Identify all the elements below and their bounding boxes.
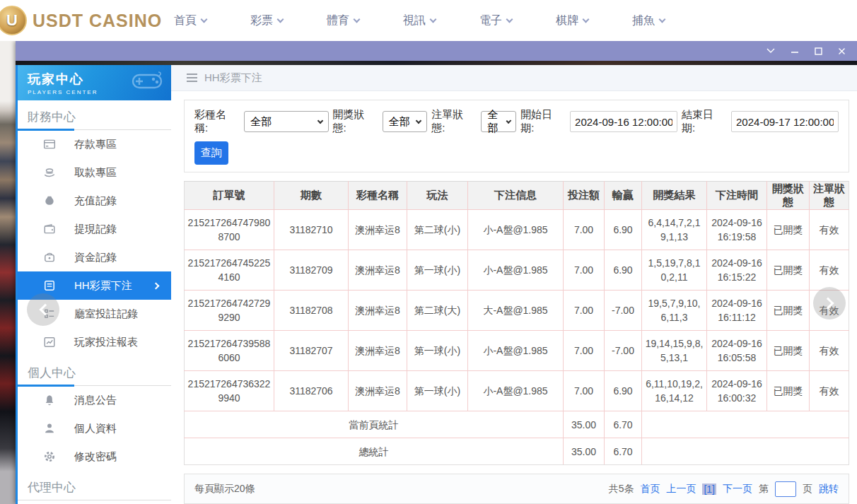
page-summary-row: 當前頁統計 35.00 6.70 — [185, 411, 849, 438]
section-personal-center: 個人中心 — [18, 363, 171, 386]
table-row: 215217264745225416031182709澳洲幸运8第一球(小)小-… — [185, 250, 849, 291]
maximize-icon — [815, 48, 822, 54]
nav-item-live[interactable]: 視訊 — [403, 13, 436, 28]
table-row: 215217264736322994031182706澳洲幸运8第一球(小)小-… — [185, 371, 849, 411]
filter-panel: 彩種名稱: 全部 開獎狀態: 全部 注單狀態: 全部 開始日期: 結束日期: 查… — [184, 100, 849, 172]
person-icon — [43, 422, 56, 435]
section-finance-center: 財務中心 — [18, 107, 171, 130]
total-count-text: 共5条 — [609, 483, 634, 496]
hamburger-icon[interactable] — [187, 74, 197, 82]
sidebar-item-announcements[interactable]: 消息公告 — [18, 386, 171, 414]
total-summary-label: 總統計 — [185, 438, 564, 465]
order-status-filter-label: 注單狀態: — [431, 108, 477, 135]
carousel-next-button[interactable] — [813, 287, 846, 320]
prev-page-link[interactable]: 上一页 — [666, 483, 696, 496]
recharge-record-icon — [43, 194, 56, 207]
brand-logo[interactable]: U USDT CASINO — [1, 6, 162, 35]
gear-icon — [43, 450, 56, 463]
usdt-coin-icon: U — [0, 6, 27, 35]
window-titlebar — [16, 41, 857, 61]
sidebar-item-change-password[interactable]: 修改密碼 — [18, 443, 171, 471]
window-close-button[interactable] — [838, 47, 846, 55]
top-nav: U USDT CASINO 首頁 彩票 體育 視訊 電子 棋牌 捕魚 — [0, 0, 857, 41]
carousel-prev-button[interactable] — [27, 293, 59, 326]
chevron-down-icon — [416, 118, 421, 124]
col-bet-info: 下注信息 — [468, 182, 564, 210]
close-icon — [839, 48, 845, 54]
chevron-down-icon — [430, 16, 437, 23]
chevron-down-icon — [583, 16, 590, 23]
sidebar-item-funds-record[interactable]: 資金記錄 — [18, 243, 171, 271]
order-status-select[interactable]: 全部 — [481, 111, 516, 132]
page-jump-input[interactable] — [775, 481, 796, 497]
chevron-down-icon — [767, 49, 774, 52]
next-page-link[interactable]: 下一页 — [723, 483, 752, 496]
window-minimize-button[interactable] — [791, 47, 799, 54]
page-summary-label: 當前頁統計 — [185, 411, 564, 438]
lottery-select[interactable]: 全部 — [244, 111, 329, 132]
chevron-right-icon — [822, 298, 834, 310]
lottery-filter-label: 彩種名稱: — [194, 108, 240, 135]
window-maximize-button[interactable] — [815, 47, 822, 55]
col-result: 開獎結果 — [642, 182, 707, 210]
first-page-link[interactable]: 首页 — [640, 483, 660, 496]
pagination-bar: 每頁顯示20條 共5条 首页 上一页 [1] 下一页 第 页 跳转 — [184, 474, 849, 504]
player-center-window: 玩家中心 PLAYERS CENTER 財務中心 存款專區 取款專 — [16, 41, 857, 504]
chevron-down-icon — [659, 16, 666, 23]
end-date-input[interactable] — [731, 111, 839, 132]
start-date-input[interactable] — [570, 111, 677, 132]
nav-item-slots[interactable]: 電子 — [479, 13, 512, 28]
col-order-status: 注單狀態 — [810, 182, 849, 210]
table-row: 215217264739588606031182707澳洲幸运8第一球(小)小-… — [185, 331, 849, 371]
page-size-text: 每頁顯示20條 — [194, 483, 255, 496]
bell-icon — [43, 394, 56, 406]
col-play: 玩法 — [407, 182, 468, 210]
section-agent-center: 代理中心 — [18, 478, 171, 500]
jump-prefix: 第 — [759, 483, 769, 496]
main-content: HH彩票下注 彩種名稱: 全部 開獎狀態: 全部 注單狀態: 全部 開始日期: … — [171, 65, 857, 504]
col-order-id: 訂單號 — [185, 182, 274, 210]
chevron-down-icon — [277, 16, 284, 23]
main-menu: 首頁 彩票 體育 視訊 電子 棋牌 捕魚 — [174, 0, 665, 41]
sidebar-item-deposit[interactable]: 存款專區 — [18, 130, 171, 158]
page-title: HH彩票下注 — [204, 71, 262, 85]
sidebar-item-withdraw[interactable]: 取款專區 — [18, 158, 171, 187]
content-header: HH彩票下注 — [171, 65, 857, 91]
sidebar-item-recharge-record[interactable]: 充值記錄 — [18, 187, 171, 215]
chevron-down-icon — [506, 16, 513, 23]
withdraw-record-icon — [43, 223, 56, 235]
end-date-label: 結束日期: — [682, 108, 727, 135]
sidebar-item-player-bet-report[interactable]: 玩家投注報表 — [18, 328, 171, 356]
personal-menu: 消息公告 個人資料 修改密碼 — [18, 386, 171, 471]
funds-record-icon — [43, 251, 56, 264]
chevron-down-icon — [506, 119, 511, 124]
col-bet-time: 下注時間 — [707, 182, 767, 210]
background-photo — [0, 41, 16, 504]
col-win-loss: 輸贏 — [605, 182, 642, 210]
col-period: 期數 — [274, 182, 349, 210]
nav-item-home[interactable]: 首頁 — [174, 13, 206, 28]
current-page-badge: [1] — [702, 484, 716, 495]
nav-item-fishing[interactable]: 捕魚 — [632, 13, 665, 28]
withdraw-icon — [43, 166, 56, 179]
chevron-right-icon — [153, 282, 160, 289]
sidebar-item-withdraw-record[interactable]: 提現記錄 — [18, 215, 171, 243]
start-date-label: 開始日期: — [520, 108, 566, 135]
query-button[interactable]: 查詢 — [194, 141, 228, 165]
jump-suffix: 页 — [803, 483, 812, 496]
table-header-row: 訂單號 期數 彩種名稱 玩法 下注信息 投注額 輸贏 開獎結果 下注時間 開獎狀… — [185, 182, 849, 210]
sidebar-item-profile[interactable]: 個人資料 — [18, 414, 171, 443]
nav-item-sports[interactable]: 體育 — [327, 13, 359, 28]
sidebar: 玩家中心 PLAYERS CENTER 財務中心 存款專區 取款專 — [18, 65, 171, 504]
chevron-down-icon — [201, 16, 208, 23]
brand-name: USDT CASINO — [33, 11, 162, 31]
nav-item-lottery[interactable]: 彩票 — [250, 13, 283, 28]
table-row: 215217264747980870031182710澳洲幸运8第二球(小)小-… — [185, 210, 849, 250]
nav-item-cards[interactable]: 棋牌 — [556, 13, 588, 28]
jump-link[interactable]: 跳转 — [819, 483, 839, 496]
draw-status-select[interactable]: 全部 — [383, 111, 428, 132]
window-dropdown-button[interactable] — [766, 48, 775, 54]
sidebar-header: 玩家中心 PLAYERS CENTER — [18, 65, 171, 100]
col-amount: 投注額 — [564, 182, 605, 210]
table-row: 215217264742729929031182708澳洲幸运8第二球(大)大-… — [185, 291, 849, 331]
